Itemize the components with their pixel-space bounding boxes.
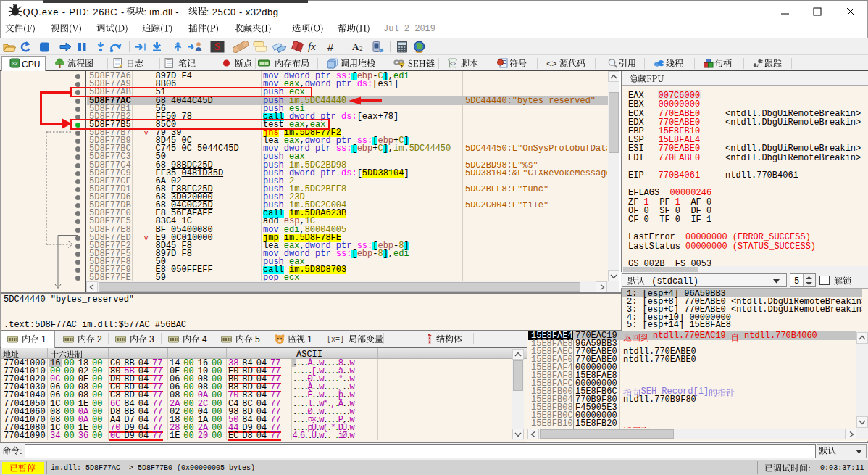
svg-text:32: 32	[12, 61, 18, 66]
svg-text:#: #	[327, 41, 334, 53]
svg-text:fx: fx	[308, 41, 316, 52]
svg-text:<>: <>	[450, 61, 456, 67]
svg-text:S: S	[214, 41, 220, 52]
svg-text:<>: <>	[546, 59, 556, 69]
svg-text:2: 2	[359, 45, 363, 52]
svg-text:A: A	[352, 41, 359, 52]
svg-text:[x=]: [x=]	[327, 336, 344, 344]
